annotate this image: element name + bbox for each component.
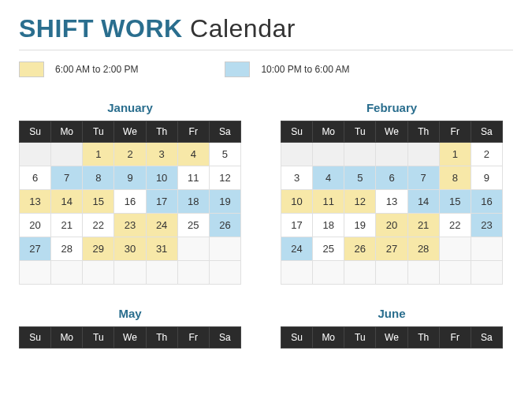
calendar-cell: 2 <box>471 143 502 166</box>
calendar-cell <box>20 261 51 285</box>
day-header: Th <box>407 327 439 348</box>
calendar-cell <box>313 261 344 285</box>
calendar-cell: 4 <box>313 166 344 190</box>
calendar-cell: 12 <box>209 166 240 190</box>
calendar-cell <box>114 261 146 285</box>
calendar-cell: 25 <box>313 237 344 261</box>
calendar-cell <box>471 237 502 261</box>
calendar-row <box>281 261 503 285</box>
divider <box>19 50 513 50</box>
calendar-cell: 10 <box>281 190 313 214</box>
day-header: Th <box>146 327 177 348</box>
day-header: Tu <box>83 327 114 348</box>
day-header: Tu <box>344 327 376 348</box>
calendar-cell: 3 <box>146 143 177 166</box>
calendar-cell: 11 <box>313 190 344 214</box>
calendar-cell <box>51 143 83 166</box>
day-header: Su <box>281 327 313 348</box>
calendar-cell: 7 <box>51 166 83 190</box>
calendar-cell: 9 <box>114 166 146 190</box>
calendar-cell: 23 <box>471 214 502 237</box>
calendar-cell: 6 <box>20 166 51 190</box>
calendar-cell: 2 <box>114 143 146 166</box>
calendar-cell <box>376 261 407 285</box>
calendar-table: SuMoTuWeThFrSa12345678910111213141516171… <box>19 121 241 285</box>
calendar-cell: 15 <box>439 190 471 214</box>
calendar-cell: 3 <box>281 166 313 190</box>
month-january: JanuarySuMoTuWeThFrSa1234567891011121314… <box>19 101 241 285</box>
calendar-cell: 16 <box>471 190 502 214</box>
day-header: Mo <box>51 121 83 143</box>
calendar-table: SuMoTuWeThFrSa <box>281 326 503 348</box>
month-may: MaySuMoTuWeThFrSa <box>19 307 241 348</box>
month-name: February <box>281 101 503 114</box>
day-header: Sa <box>209 121 240 143</box>
month-name: June <box>281 307 503 320</box>
month-june: JuneSuMoTuWeThFrSa <box>281 307 503 348</box>
calendar-row: 2425262728 <box>281 237 503 261</box>
calendar-cell: 11 <box>177 166 209 190</box>
calendar-cell: 13 <box>376 190 407 214</box>
calendar-cell: 26 <box>209 214 240 237</box>
swatch-yellow <box>19 62 44 77</box>
calendar-cell: 27 <box>376 237 407 261</box>
calendar-cell: 1 <box>83 143 114 166</box>
months-row: MaySuMoTuWeThFrSaJuneSuMoTuWeThFrSa <box>19 307 513 348</box>
calendar-cell <box>83 261 114 285</box>
calendar-cell: 19 <box>344 214 376 237</box>
day-header: Sa <box>471 121 502 143</box>
calendar-cell <box>177 261 209 285</box>
calendar-cell: 5 <box>344 166 376 190</box>
day-header: Fr <box>177 327 209 348</box>
day-header: We <box>376 121 407 143</box>
calendar-cell: 17 <box>146 190 177 214</box>
calendar-cell: 8 <box>439 166 471 190</box>
day-header: Tu <box>83 121 114 143</box>
title-strong: SHIFT WORK <box>19 14 183 43</box>
calendar-row: 6789101112 <box>20 166 241 190</box>
calendar-cell: 21 <box>407 214 439 237</box>
calendar-row: 2728293031 <box>20 237 241 261</box>
calendar-cell <box>407 261 439 285</box>
calendar-cell: 9 <box>471 166 502 190</box>
calendar-cell: 13 <box>20 190 51 214</box>
calendar-cell <box>20 143 51 166</box>
calendar-cell <box>471 261 502 285</box>
calendar-cell: 19 <box>209 190 240 214</box>
calendar-row: 12345 <box>20 143 241 166</box>
calendar-table: SuMoTuWeThFrSa12345678910111213141516171… <box>281 121 503 285</box>
month-february: FebruarySuMoTuWeThFrSa123456789101112131… <box>281 101 503 285</box>
calendar-cell <box>209 237 240 261</box>
calendar-cell: 24 <box>281 237 313 261</box>
calendar-cell: 31 <box>146 237 177 261</box>
day-header: Mo <box>313 121 344 143</box>
calendar-cell <box>51 261 83 285</box>
calendar-cell <box>281 261 313 285</box>
day-header: Sa <box>471 327 502 348</box>
month-name: January <box>19 101 241 114</box>
day-header: Su <box>20 121 51 143</box>
calendar-cell: 14 <box>407 190 439 214</box>
calendar-row: 17181920212223 <box>281 214 503 237</box>
calendar-cell: 16 <box>114 190 146 214</box>
calendar-table: SuMoTuWeThFrSa <box>19 326 241 348</box>
calendar-cell: 28 <box>51 237 83 261</box>
calendar-cell <box>146 261 177 285</box>
day-header: We <box>114 121 146 143</box>
calendar-cell <box>177 237 209 261</box>
day-header: We <box>114 327 146 348</box>
title-rest: Calendar <box>190 14 296 43</box>
day-header: Su <box>20 327 51 348</box>
legend-label: 6:00 AM to 2:00 PM <box>55 64 138 75</box>
calendar-cell <box>209 261 240 285</box>
day-header: Sa <box>209 327 240 348</box>
day-header: Fr <box>439 327 471 348</box>
calendar-cell: 14 <box>51 190 83 214</box>
calendar-cell: 25 <box>177 214 209 237</box>
calendar-cell: 20 <box>376 214 407 237</box>
day-header: We <box>376 327 407 348</box>
calendar-cell <box>281 143 313 166</box>
calendar-cell <box>313 143 344 166</box>
swatch-blue <box>225 62 250 77</box>
calendar-cell: 18 <box>177 190 209 214</box>
